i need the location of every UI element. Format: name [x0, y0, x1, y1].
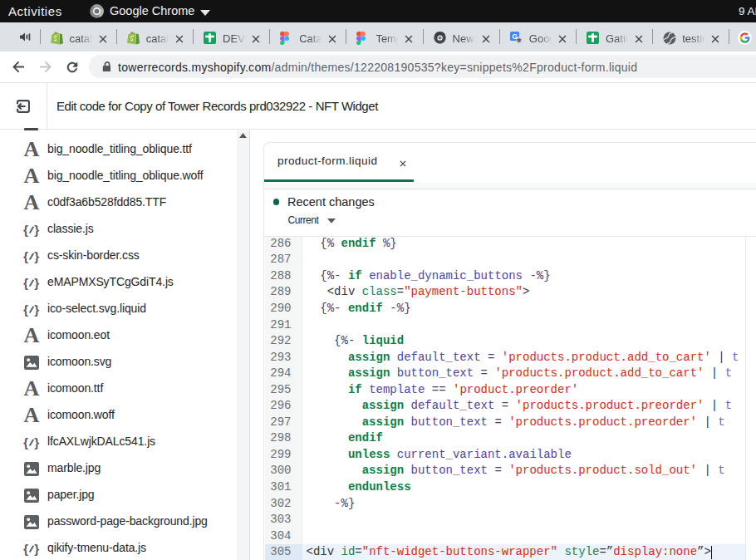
svg-text:}: } [34, 249, 39, 263]
svg-text:{: { [23, 249, 28, 263]
svg-text:}: } [34, 223, 39, 237]
svg-text:{: { [23, 276, 28, 290]
svg-text:{: { [23, 302, 28, 317]
svg-text:}: } [34, 276, 39, 290]
svg-text:{: { [23, 435, 28, 449]
svg-text:}: } [34, 542, 39, 556]
svg-text:}: } [34, 302, 39, 317]
svg-text:{: { [23, 223, 28, 237]
svg-text:{: { [23, 542, 28, 556]
svg-text:}: } [34, 435, 39, 449]
svg-text:✱: ✱ [517, 37, 522, 43]
